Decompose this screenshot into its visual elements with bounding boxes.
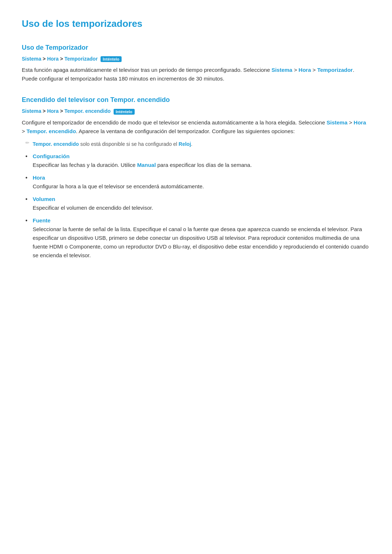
section2-breadcrumb-sep1: > <box>43 108 47 114</box>
section1-body: Esta función apaga automáticamente el te… <box>22 66 370 83</box>
section1-temporizador-inline-link[interactable]: Temporizador <box>317 67 353 73</box>
bullet-configuracion: Configuración Especificar las fechas y l… <box>25 153 370 169</box>
note-reloj-link[interactable]: Reloj <box>179 141 191 147</box>
term-volumen: Volumen <box>33 196 55 202</box>
bullet-volumen: Volumen Especificar el volumen de encend… <box>25 196 370 212</box>
breadcrumb-sistema-link[interactable]: Sistema <box>22 56 41 62</box>
note-tempor-link[interactable]: Tempor. encendido <box>33 141 79 147</box>
section2-sep2: > <box>22 128 26 134</box>
term-configuracion: Configuración <box>33 153 70 159</box>
desc-volumen: Especificar el volumen de encendido del … <box>33 204 370 212</box>
term-hora: Hora <box>33 175 45 181</box>
breadcrumb-sep2: > <box>60 56 64 62</box>
section-temporizador: Uso de Temporizador Sistema > Hora > Tem… <box>22 44 370 83</box>
manual-link[interactable]: Manual <box>137 162 156 168</box>
section2-body-end: . Aparece la ventana de configuración de… <box>76 128 295 134</box>
section2-sistema-link[interactable]: Sistema <box>327 119 348 126</box>
note-text: Tempor. encendido solo está disponible s… <box>33 141 192 147</box>
section1-heading: Uso de Temporizador <box>22 44 370 52</box>
section2-breadcrumb-tempor-link[interactable]: Tempor. encendido <box>65 108 111 114</box>
section2-breadcrumb-sep2: > <box>60 108 64 114</box>
section2-body-text1: Configure el temporizador de encendido d… <box>22 119 327 126</box>
section2-sep1: > <box>347 119 354 126</box>
section2-breadcrumb-hora-link[interactable]: Hora <box>47 108 59 114</box>
section2-body: Configure el temporizador de encendido d… <box>22 118 370 136</box>
bullet-fuente: Fuente Seleccionar la fuente de señal de… <box>25 217 370 260</box>
section2-tempor-inline-link[interactable]: Tempor. encendido <box>26 128 76 134</box>
breadcrumb-sep1: > <box>43 56 47 62</box>
bullet-hora: Hora Configurar la hora a la que el tele… <box>25 175 370 191</box>
section2-breadcrumb: Sistema > Hora > Tempor. encendido Intén… <box>22 108 370 114</box>
section-tempor-encendido: Encendido del televisor con Tempor. ence… <box>22 96 370 260</box>
breadcrumb-temporizador-link[interactable]: Temporizador <box>65 56 98 62</box>
bullet-list: Tempor. encendido solo está disponible s… <box>25 140 370 260</box>
section1-body-text1: Esta función apaga automáticamente el te… <box>22 67 271 73</box>
section2-hora-link[interactable]: Hora <box>354 119 366 126</box>
section2-intentelo-badge[interactable]: Inténtelo <box>114 109 135 115</box>
note-end: . <box>191 141 192 147</box>
section1-breadcrumb: Sistema > Hora > Temporizador Inténtelo <box>22 56 370 62</box>
section2-heading: Encendido del televisor con Tempor. ence… <box>22 96 370 104</box>
term-fuente: Fuente <box>33 217 50 223</box>
section2-breadcrumb-sistema-link[interactable]: Sistema <box>22 108 41 114</box>
page-title: Uso de los temporizadores <box>22 18 370 29</box>
note-body: solo está disponible si se ha configurad… <box>79 141 179 147</box>
section1-sep1: > <box>292 67 298 73</box>
desc-configuracion: Especificar las fechas y la duración. Ut… <box>33 161 370 169</box>
intentelo-badge[interactable]: Inténtelo <box>101 56 122 62</box>
section1-sistema-link[interactable]: Sistema <box>271 67 293 73</box>
desc-hora: Configurar la hora a la que el televisor… <box>33 182 370 191</box>
note-item: Tempor. encendido solo está disponible s… <box>25 140 370 148</box>
section1-sep2: > <box>311 67 317 73</box>
section1-hora-link[interactable]: Hora <box>299 67 311 73</box>
desc-fuente: Seleccionar la fuente de señal de la lis… <box>33 225 370 260</box>
breadcrumb-hora-link[interactable]: Hora <box>47 56 59 62</box>
